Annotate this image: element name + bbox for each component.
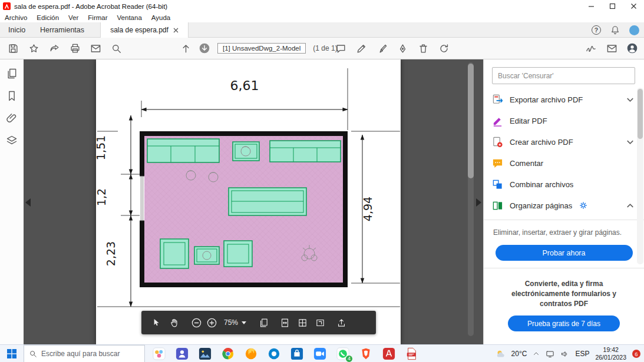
chevron-down-icon[interactable] bbox=[625, 94, 636, 105]
chevron-down-icon[interactable] bbox=[625, 137, 636, 148]
menu-ventana[interactable]: Ventana bbox=[113, 14, 147, 21]
start-button[interactable] bbox=[0, 345, 24, 362]
menu-ver[interactable]: Ver bbox=[64, 14, 83, 21]
menu-ayuda[interactable]: Ayuda bbox=[147, 14, 175, 21]
profile-button[interactable] bbox=[626, 42, 638, 54]
weather-icon[interactable] bbox=[496, 349, 506, 359]
chrome-icon[interactable] bbox=[221, 347, 235, 361]
tab-herramientas[interactable]: Herramientas bbox=[37, 22, 88, 38]
search-button[interactable] bbox=[110, 42, 122, 54]
menu-archivo[interactable]: Archivo bbox=[0, 14, 32, 21]
model-selector[interactable]: [1] UnsavedDwg_2-Model bbox=[217, 43, 306, 54]
comment-button[interactable] bbox=[335, 42, 346, 54]
favorite-button[interactable] bbox=[28, 42, 39, 54]
select-tool-button[interactable] bbox=[150, 316, 163, 329]
share-page-button[interactable] bbox=[335, 316, 348, 329]
tray-chevron-up-icon[interactable] bbox=[533, 350, 540, 357]
menu-edicion[interactable]: Edición bbox=[32, 14, 64, 21]
toolbar-right-group bbox=[585, 38, 638, 59]
next-page-button[interactable] bbox=[199, 42, 210, 54]
hand-tool-button[interactable] bbox=[167, 316, 180, 329]
floorplan-drawing: 6,61 1,51 1,2 2,23 4,94 bbox=[96, 59, 401, 344]
taskbar-clock[interactable]: 19:42 26/01/2023 bbox=[595, 346, 626, 361]
fit-width-button[interactable] bbox=[278, 316, 291, 329]
search-icon bbox=[29, 350, 37, 358]
try-now-button[interactable]: Probar ahora bbox=[496, 245, 633, 261]
bookmarks-button[interactable] bbox=[6, 90, 18, 102]
language-indicator[interactable]: ESP bbox=[575, 350, 589, 358]
tab-document[interactable]: sala de espera.pdf bbox=[100, 22, 189, 38]
share-button[interactable] bbox=[48, 42, 60, 54]
panel-scrollbar[interactable] bbox=[637, 88, 643, 264]
minimize-button[interactable] bbox=[580, 0, 602, 12]
tab-inicio[interactable]: Inicio bbox=[5, 22, 29, 38]
highlighter-button[interactable] bbox=[376, 42, 388, 54]
zoom-in-button[interactable] bbox=[205, 316, 218, 329]
zoom-dropdown-caret-icon[interactable] bbox=[242, 321, 246, 324]
tool-organize-pages[interactable]: Organizar páginas bbox=[484, 195, 644, 216]
chat-app-icon[interactable]: 4 bbox=[336, 347, 350, 361]
layers-button[interactable] bbox=[6, 135, 18, 147]
brave-icon[interactable] bbox=[359, 347, 373, 361]
document-scrollbar[interactable] bbox=[468, 62, 474, 336]
help-icon[interactable]: ? bbox=[592, 25, 601, 35]
copy-page-button[interactable] bbox=[257, 316, 270, 329]
panel-scrollbar-thumb[interactable] bbox=[638, 89, 643, 139]
sign-button[interactable] bbox=[397, 42, 408, 54]
tool-export-pdf[interactable]: Exportar archivo PDF bbox=[484, 89, 644, 110]
email-button[interactable] bbox=[90, 42, 101, 54]
volume-icon[interactable] bbox=[560, 350, 569, 358]
pdf-file-icon[interactable] bbox=[405, 347, 419, 361]
display-icon[interactable] bbox=[546, 350, 554, 358]
firefox-icon[interactable] bbox=[244, 347, 258, 361]
user-avatar[interactable] bbox=[629, 25, 639, 35]
zoom-out-button[interactable] bbox=[190, 316, 203, 329]
chevron-up-icon[interactable] bbox=[625, 200, 636, 211]
teams-app-icon[interactable] bbox=[175, 347, 189, 361]
zoom-icon[interactable] bbox=[313, 347, 327, 361]
fill-sign-button[interactable] bbox=[585, 42, 597, 54]
weather-temp[interactable]: 20°C bbox=[511, 350, 527, 358]
scrollbar-thumb[interactable] bbox=[468, 64, 474, 178]
store-icon[interactable] bbox=[290, 347, 304, 361]
zoom-in-icon bbox=[206, 317, 217, 328]
document-viewport[interactable]: 6,61 1,51 1,2 2,23 4,94 bbox=[24, 59, 483, 344]
clock-date: 26/01/2023 bbox=[595, 354, 626, 361]
taskbar-search[interactable]: Escribe aquí para buscar bbox=[24, 345, 145, 362]
pencil-button[interactable] bbox=[355, 42, 367, 54]
gear-icon[interactable] bbox=[579, 201, 588, 210]
acrobat-taskbar-icon[interactable] bbox=[382, 347, 396, 361]
collapse-right-arrow[interactable] bbox=[476, 198, 481, 207]
save-button[interactable] bbox=[7, 42, 19, 54]
tool-label: Crear archivo PDF bbox=[510, 138, 573, 147]
free-trial-button[interactable]: Prueba gratis de 7 días bbox=[508, 315, 620, 331]
photos-app-icon[interactable] bbox=[198, 347, 212, 361]
tool-create-pdf[interactable]: Crear archivo PDF bbox=[484, 131, 644, 152]
delete-button[interactable] bbox=[417, 42, 429, 54]
taskbar-search-placeholder: Escribe aquí para buscar bbox=[41, 350, 120, 358]
tool-edit-pdf[interactable]: Editar PDF bbox=[484, 110, 644, 131]
menu-firmar[interactable]: Firmar bbox=[83, 14, 112, 21]
close-tab-icon[interactable] bbox=[173, 28, 179, 33]
fullscreen-button[interactable] bbox=[313, 316, 326, 329]
tool-comment[interactable]: Comentar bbox=[484, 152, 644, 174]
page-thumbnails-button[interactable] bbox=[6, 68, 18, 79]
attachments-button[interactable] bbox=[6, 112, 18, 124]
send-mail-button[interactable] bbox=[606, 42, 617, 54]
notification-count-badge[interactable]: 6 bbox=[632, 350, 640, 358]
tool-combine-files[interactable]: Combinar archivos bbox=[484, 174, 644, 195]
notifications-bell-icon[interactable] bbox=[610, 25, 620, 35]
zoom-level-value[interactable]: 75% bbox=[224, 318, 238, 327]
maximize-button[interactable] bbox=[602, 0, 623, 12]
skype-icon[interactable] bbox=[267, 347, 281, 361]
collapse-left-arrow[interactable] bbox=[25, 198, 31, 207]
paint-app-icon[interactable] bbox=[152, 347, 166, 361]
two-page-view-button[interactable] bbox=[296, 316, 309, 329]
tools-search-input[interactable] bbox=[492, 67, 635, 84]
organize-pages-icon bbox=[492, 200, 503, 211]
refresh-button[interactable] bbox=[438, 42, 450, 54]
clock-time: 19:42 bbox=[603, 346, 619, 354]
close-button[interactable] bbox=[623, 0, 644, 12]
previous-page-button[interactable] bbox=[180, 42, 191, 54]
print-button[interactable] bbox=[69, 42, 81, 54]
